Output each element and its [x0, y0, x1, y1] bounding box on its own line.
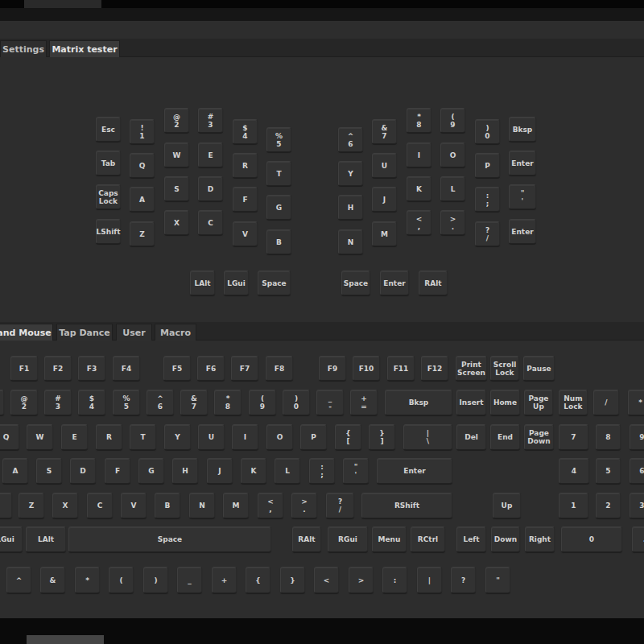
- key-9[interactable]: 9: [630, 424, 644, 450]
- key-w[interactable]: W: [27, 424, 53, 450]
- key-menu[interactable]: Menu: [372, 526, 407, 552]
- key-print-screen[interactable]: Print Screen: [456, 356, 487, 381]
- key-a[interactable]: A: [2, 458, 28, 484]
- key-scroll-lock[interactable]: Scroll Lock: [490, 356, 519, 381]
- key-0[interactable]: ) 0: [283, 390, 310, 415]
- key-1[interactable]: 1: [559, 493, 588, 518]
- key-key[interactable]: " ': [343, 458, 369, 484]
- key-pause[interactable]: Pause: [523, 356, 555, 381]
- key-f5[interactable]: F5: [163, 356, 191, 381]
- key-lshift[interactable]: LShift: [0, 493, 12, 518]
- key-7[interactable]: & 7: [180, 390, 208, 415]
- key-j[interactable]: J: [207, 458, 233, 484]
- key-z[interactable]: Z: [19, 493, 44, 518]
- key-key[interactable]: _ -: [316, 390, 344, 415]
- key-key[interactable]: (: [109, 567, 134, 593]
- key-2[interactable]: @ 2: [10, 390, 38, 415]
- key-down[interactable]: Down: [491, 526, 520, 552]
- key-f7[interactable]: F7: [231, 356, 258, 381]
- key-f2[interactable]: F2: [44, 356, 72, 381]
- key-key[interactable]: &: [40, 567, 65, 593]
- key-9[interactable]: ( 9: [249, 390, 276, 415]
- key-g[interactable]: G: [138, 458, 164, 484]
- key-right[interactable]: Right: [525, 526, 555, 552]
- key-i[interactable]: I: [232, 424, 258, 450]
- key-rgui[interactable]: RGui: [328, 526, 368, 552]
- key-b[interactable]: B: [155, 493, 180, 518]
- key-f10[interactable]: F10: [353, 356, 380, 381]
- key-key[interactable]: } ]: [369, 424, 395, 450]
- key-f9[interactable]: F9: [319, 356, 346, 381]
- key-f8[interactable]: F8: [266, 356, 293, 381]
- key-up[interactable]: Up: [493, 493, 521, 518]
- key-p[interactable]: P: [300, 424, 327, 450]
- key-key[interactable]: ?: [451, 567, 476, 593]
- key-6[interactable]: ^ 6: [147, 390, 174, 415]
- key-key[interactable]: >: [349, 567, 374, 593]
- key-lgui[interactable]: LGui: [0, 526, 23, 552]
- key-3[interactable]: 3: [630, 493, 644, 518]
- key-home[interactable]: Home: [490, 390, 520, 415]
- key-m[interactable]: M: [223, 493, 249, 518]
- key-lalt[interactable]: LAlt: [26, 526, 66, 552]
- key-enter[interactable]: Enter: [377, 458, 452, 484]
- key-rshift[interactable]: RShift: [361, 493, 452, 518]
- key-h[interactable]: H: [172, 458, 198, 484]
- key-k[interactable]: K: [241, 458, 266, 484]
- key-6[interactable]: 6: [630, 458, 644, 484]
- key-key[interactable]: + =: [350, 390, 378, 415]
- key-space[interactable]: Space: [68, 526, 271, 552]
- key-end[interactable]: End: [490, 424, 520, 450]
- key-r[interactable]: R: [96, 424, 122, 450]
- key-5[interactable]: 5: [596, 458, 621, 484]
- key-4[interactable]: 4: [559, 458, 589, 484]
- key-key[interactable]: *: [628, 390, 644, 415]
- key-page-down[interactable]: Page Down: [524, 424, 554, 450]
- key-l[interactable]: L: [275, 458, 300, 484]
- key-key[interactable]: /: [593, 390, 619, 415]
- key-f3[interactable]: F3: [78, 356, 105, 381]
- key-s[interactable]: S: [36, 458, 62, 484]
- key-key[interactable]: ^: [6, 567, 31, 593]
- key-c[interactable]: C: [87, 493, 113, 518]
- key-key[interactable]: ): [143, 567, 168, 593]
- key-8[interactable]: 8: [596, 424, 621, 450]
- key-f4[interactable]: F4: [113, 356, 140, 381]
- key-f12[interactable]: F12: [421, 356, 448, 381]
- key-5[interactable]: % 5: [113, 390, 140, 415]
- key-f6[interactable]: F6: [197, 356, 225, 381]
- key-key[interactable]: +: [212, 567, 237, 593]
- key-ralt[interactable]: RAlt: [292, 526, 321, 552]
- key-e[interactable]: E: [61, 424, 88, 450]
- key-v[interactable]: V: [121, 493, 147, 518]
- key-key[interactable]: { [: [335, 424, 361, 450]
- key-key[interactable]: :: [382, 567, 407, 593]
- key-key[interactable]: ": [485, 567, 510, 593]
- key-n[interactable]: N: [189, 493, 215, 518]
- key-q[interactable]: Q: [0, 424, 19, 450]
- key-key[interactable]: {: [246, 567, 270, 593]
- key-key[interactable]: <: [314, 567, 339, 593]
- key-key[interactable]: < ,: [258, 493, 283, 518]
- key-key[interactable]: |: [417, 567, 442, 593]
- key-rctrl[interactable]: RCtrl: [411, 526, 445, 552]
- key-f11[interactable]: F11: [387, 356, 415, 381]
- key-y[interactable]: Y: [164, 424, 191, 450]
- key-num-lock[interactable]: Num Lock: [559, 390, 588, 415]
- key-8[interactable]: * 8: [214, 390, 242, 415]
- key-o[interactable]: O: [266, 424, 293, 450]
- key-0[interactable]: 0: [561, 526, 622, 552]
- key-key[interactable]: _: [177, 567, 202, 593]
- key-4[interactable]: $ 4: [78, 390, 105, 415]
- key-1[interactable]: ! 1: [0, 390, 4, 415]
- key-7[interactable]: 7: [559, 424, 588, 450]
- key-left[interactable]: Left: [456, 526, 486, 552]
- key-d[interactable]: D: [70, 458, 96, 484]
- key-f[interactable]: F: [105, 458, 130, 484]
- key-key[interactable]: }: [280, 567, 305, 593]
- key-key[interactable]: > .: [291, 493, 317, 518]
- key-page-up[interactable]: Page Up: [524, 390, 553, 415]
- key-x[interactable]: X: [52, 493, 78, 518]
- taskbar-segment[interactable]: [27, 635, 104, 644]
- key-key[interactable]: *: [75, 567, 100, 593]
